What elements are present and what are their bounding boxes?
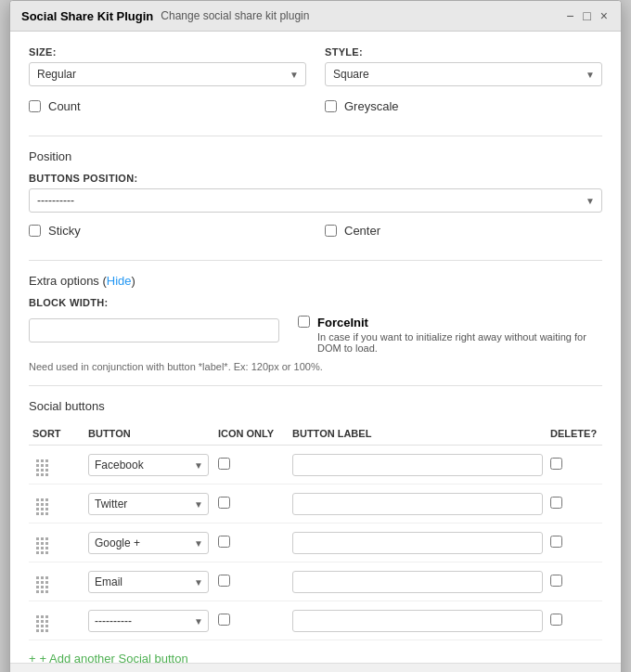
count-checkbox[interactable] xyxy=(29,100,41,112)
center-label: Center xyxy=(344,224,380,238)
greyscale-label: Greyscale xyxy=(344,99,399,113)
center-checkbox-row: Center xyxy=(325,224,602,238)
col-header-button-label: BUTTON LABEL xyxy=(289,422,547,446)
delete-checkbox-4[interactable] xyxy=(550,614,562,626)
sort-handle-cell xyxy=(29,446,84,485)
buttons-position-label: BUTTONS POSITION: xyxy=(29,173,602,184)
col-header-button: BUTTON xyxy=(84,422,214,446)
button-select-wrapper: FacebookTwitterGoogle +EmailLinkedInPint… xyxy=(88,610,209,632)
button-select-1[interactable]: FacebookTwitterGoogle +EmailLinkedInPint… xyxy=(88,493,209,515)
block-width-input[interactable] xyxy=(29,318,279,342)
window-controls: − □ × xyxy=(564,8,610,23)
count-col: Count xyxy=(29,99,306,123)
delete-checkbox-2[interactable] xyxy=(550,536,562,548)
col-header-icon-only: ICON ONLY xyxy=(214,422,289,446)
button-label-cell xyxy=(289,601,547,640)
delete-checkbox-3[interactable] xyxy=(550,575,562,587)
drag-handle[interactable] xyxy=(32,536,52,556)
close-button[interactable]: × xyxy=(599,8,610,23)
sort-handle-cell xyxy=(29,562,84,601)
button-label-input-3[interactable] xyxy=(292,571,543,593)
position-section-title: Position xyxy=(29,149,602,163)
title-bar: Social Share Kit Plugin Change social sh… xyxy=(10,1,621,32)
button-select-2[interactable]: FacebookTwitterGoogle +EmailLinkedInPint… xyxy=(88,532,209,554)
style-select[interactable]: Square Round Round Icon xyxy=(325,62,602,86)
style-select-wrapper: Square Round Round Icon ▼ xyxy=(325,62,602,86)
table-row: FacebookTwitterGoogle +EmailLinkedInPint… xyxy=(29,485,602,523)
style-label: STYLE: xyxy=(325,46,602,58)
icon-only-checkbox-3[interactable] xyxy=(218,575,230,587)
button-select-wrapper: FacebookTwitterGoogle +EmailLinkedInPint… xyxy=(88,493,209,515)
content-area: SIZE: Regular Large Small ▼ STYLE: Squar… xyxy=(10,32,621,663)
button-label-input-2[interactable] xyxy=(292,532,543,554)
delete-checkbox-0[interactable] xyxy=(550,458,562,470)
window-subtitle: Change social share kit plugin xyxy=(161,9,309,22)
icon-only-cell xyxy=(214,601,289,640)
drag-handle[interactable] xyxy=(32,497,52,517)
button-label-input-1[interactable] xyxy=(292,493,543,515)
col-header-sort: SORT xyxy=(29,422,84,446)
block-width-hint: Need used in conjunction with button *la… xyxy=(29,361,602,372)
icon-only-cell xyxy=(214,446,289,485)
table-header-row: SORT BUTTON ICON ONLY BUTTON LABEL DELET… xyxy=(29,422,602,446)
sort-handle-cell xyxy=(29,523,84,562)
icon-only-checkbox-4[interactable] xyxy=(218,614,230,626)
drag-handle[interactable] xyxy=(32,575,52,595)
icon-only-checkbox-0[interactable] xyxy=(218,458,230,470)
button-label-cell xyxy=(289,446,547,485)
delete-cell xyxy=(547,446,602,485)
add-icon: + xyxy=(29,652,36,663)
button-label-input-0[interactable] xyxy=(292,454,543,476)
sort-handle-cell xyxy=(29,601,84,640)
drag-handle[interactable] xyxy=(32,458,52,478)
forceinit-row: ForceInit In case if you want to initial… xyxy=(298,316,602,354)
social-buttons-section: Social buttons SORT BUTTON ICON ONLY BUT… xyxy=(29,399,602,663)
add-social-button[interactable]: + + Add another Social button xyxy=(29,652,188,663)
buttons-position-select[interactable]: ---------- Top Left Top Right Bottom Lef… xyxy=(29,188,602,213)
table-row: FacebookTwitterGoogle +EmailLinkedInPint… xyxy=(29,446,602,485)
icon-only-checkbox-1[interactable] xyxy=(218,497,230,509)
title-bar-left: Social Share Kit Plugin Change social sh… xyxy=(21,9,309,23)
table-row: FacebookTwitterGoogle +EmailLinkedInPint… xyxy=(29,601,602,640)
forceinit-col: ForceInit In case if you want to initial… xyxy=(298,297,602,354)
greyscale-checkbox[interactable] xyxy=(325,100,337,112)
block-width-forceinit-row: BLOCK WIDTH: ForceInit In case if you wa… xyxy=(29,297,602,354)
button-label-input-4[interactable] xyxy=(292,610,543,632)
delete-cell xyxy=(547,523,602,562)
icon-only-checkbox-2[interactable] xyxy=(218,536,230,548)
size-column: SIZE: Regular Large Small ▼ xyxy=(29,46,306,86)
social-buttons-title: Social buttons xyxy=(29,399,602,413)
greyscale-checkbox-row: Greyscale xyxy=(325,99,602,113)
window-title: Social Share Kit Plugin xyxy=(21,9,153,23)
forceinit-label: ForceInit xyxy=(317,316,368,330)
count-greyscale-row: Count Greyscale xyxy=(29,99,602,123)
size-select[interactable]: Regular Large Small xyxy=(29,62,306,86)
button-select-0[interactable]: FacebookTwitterGoogle +EmailLinkedInPint… xyxy=(88,454,209,476)
footer: Cancel Delete Save xyxy=(10,663,621,672)
maximize-button[interactable]: □ xyxy=(581,8,592,23)
forceinit-checkbox[interactable] xyxy=(298,316,310,328)
button-select-wrapper: FacebookTwitterGoogle +EmailLinkedInPint… xyxy=(88,571,209,593)
count-label: Count xyxy=(48,99,81,113)
button-select-cell: FacebookTwitterGoogle +EmailLinkedInPint… xyxy=(84,446,214,485)
size-style-row: SIZE: Regular Large Small ▼ STYLE: Squar… xyxy=(29,46,602,86)
forceinit-description: In case if you want to initialize right … xyxy=(317,331,602,354)
sticky-checkbox[interactable] xyxy=(29,225,41,237)
drag-handle[interactable] xyxy=(32,614,52,634)
add-label: + Add another Social button xyxy=(40,652,188,663)
button-select-cell: FacebookTwitterGoogle +EmailLinkedInPint… xyxy=(84,523,214,562)
extra-options-title: Extra options (Hide) xyxy=(29,274,602,288)
button-select-3[interactable]: FacebookTwitterGoogle +EmailLinkedInPint… xyxy=(88,571,209,593)
icon-only-cell xyxy=(214,523,289,562)
minimize-button[interactable]: − xyxy=(564,8,575,23)
button-label-cell xyxy=(289,523,547,562)
delete-checkbox-1[interactable] xyxy=(550,497,562,509)
hide-link[interactable]: Hide xyxy=(107,274,132,288)
sticky-col: Sticky xyxy=(29,224,306,247)
button-select-4[interactable]: FacebookTwitterGoogle +EmailLinkedInPint… xyxy=(88,610,209,632)
block-width-col: BLOCK WIDTH: xyxy=(29,297,279,354)
plugin-window: Social Share Kit Plugin Change social sh… xyxy=(9,0,622,672)
table-row: FacebookTwitterGoogle +EmailLinkedInPint… xyxy=(29,562,602,601)
button-select-cell: FacebookTwitterGoogle +EmailLinkedInPint… xyxy=(84,485,214,523)
center-checkbox[interactable] xyxy=(325,225,337,237)
